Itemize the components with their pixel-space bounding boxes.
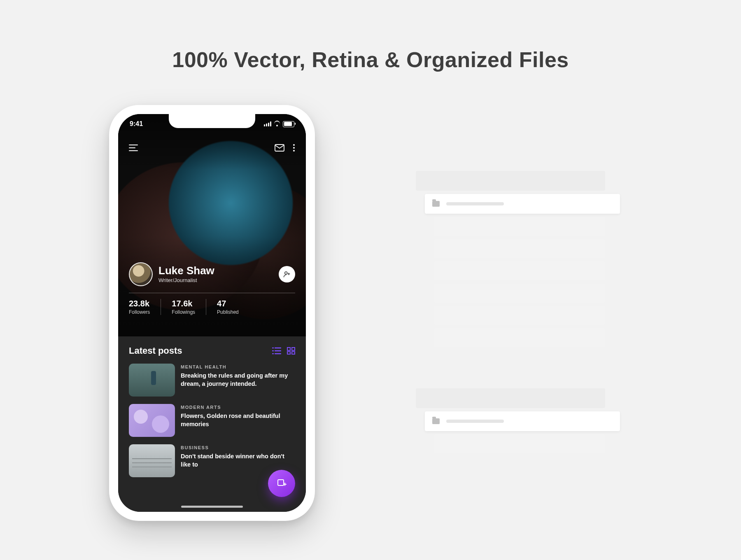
stat-label: Published <box>217 309 239 315</box>
grid-view-icon[interactable] <box>287 347 295 355</box>
profile-block: Luke Shaw Writer/Journalist 23.8k Follow… <box>118 262 306 315</box>
wifi-icon <box>274 121 280 126</box>
stat-label: Followers <box>129 309 150 315</box>
post-item[interactable]: MENTAL HEALTH Breaking the rules and goi… <box>129 364 295 397</box>
user-plus-icon <box>283 271 291 278</box>
list-view-icon[interactable] <box>272 347 281 355</box>
post-category: MENTAL HEALTH <box>181 364 295 369</box>
phone-notch <box>169 114 255 128</box>
svg-rect-19 <box>292 352 295 354</box>
post-thumbnail <box>129 444 175 477</box>
latest-posts-section: Latest posts MENTAL HEALTH Brea <box>118 336 306 512</box>
home-indicator[interactable] <box>181 506 243 508</box>
svg-rect-16 <box>287 348 290 350</box>
compose-icon <box>277 478 287 488</box>
post-thumbnail <box>129 404 175 437</box>
page-headline: 100% Vector, Retina & Organized Files <box>0 47 741 72</box>
nav-bar <box>118 139 306 157</box>
status-time: 9:41 <box>130 120 143 128</box>
folder-icon <box>432 201 440 207</box>
post-item[interactable]: MODERN ARTS Flowers, Golden rose and bea… <box>129 404 295 437</box>
battery-icon <box>283 121 294 127</box>
svg-rect-18 <box>287 352 290 354</box>
latest-posts-heading: Latest posts <box>129 345 182 356</box>
post-item[interactable]: BUSINESS Don't stand beside winner who d… <box>129 444 295 477</box>
post-category: BUSINESS <box>181 445 295 450</box>
post-title: Breaking the rules and going after my dr… <box>181 372 295 388</box>
stat-label: Followings <box>172 309 195 315</box>
post-category: MODERN ARTS <box>181 405 295 410</box>
stat-published[interactable]: 47 Published <box>217 299 239 315</box>
status-icons <box>264 121 294 127</box>
layer-name-placeholder <box>446 420 504 423</box>
layer-name-placeholder <box>446 202 504 205</box>
more-vertical-icon[interactable] <box>293 144 295 152</box>
post-title: Don't stand beside winner who don't like… <box>181 453 295 469</box>
svg-point-5 <box>293 147 295 149</box>
svg-rect-20 <box>278 480 284 485</box>
layer-row[interactable] <box>434 217 605 236</box>
layer-folder-row[interactable] <box>425 411 620 431</box>
layer-folder-row[interactable] <box>425 194 620 214</box>
layer-group <box>416 388 605 453</box>
mail-icon[interactable] <box>275 144 284 152</box>
stat-value: 23.8k <box>129 299 150 308</box>
stat-value: 17.6k <box>172 299 195 308</box>
layer-group <box>416 171 605 347</box>
profile-stats: 23.8k Followers 17.6k Followings 47 Publ… <box>129 299 295 315</box>
phone-screen: 9:41 <box>118 114 306 512</box>
stat-followings[interactable]: 17.6k Followings <box>172 299 206 315</box>
signal-icon <box>264 121 271 126</box>
layer-row[interactable] <box>434 328 605 347</box>
layer-row[interactable] <box>434 434 605 453</box>
layer-row[interactable] <box>434 284 605 303</box>
phone-mockup: 9:41 <box>109 105 315 521</box>
layer-row[interactable] <box>434 306 605 325</box>
layer-row[interactable] <box>434 239 605 258</box>
add-user-button[interactable] <box>279 266 295 282</box>
profile-divider <box>129 293 295 293</box>
menu-icon[interactable] <box>129 145 138 151</box>
svg-point-6 <box>293 150 295 152</box>
profile-role: Writer/Journalist <box>158 277 214 283</box>
stat-value: 47 <box>217 299 239 308</box>
post-title: Flowers, Golden rose and beautiful memor… <box>181 412 295 428</box>
stat-followers[interactable]: 23.8k Followers <box>129 299 161 315</box>
profile-name: Luke Shaw <box>158 265 214 276</box>
layer-row <box>416 388 605 408</box>
layer-row <box>416 171 605 191</box>
layers-panel <box>416 171 605 495</box>
folder-icon <box>432 418 440 424</box>
compose-fab[interactable] <box>268 470 295 497</box>
svg-rect-17 <box>292 348 295 350</box>
post-thumbnail <box>129 364 175 397</box>
svg-point-7 <box>285 272 287 274</box>
layer-row[interactable] <box>434 261 605 280</box>
avatar[interactable] <box>129 262 153 286</box>
svg-point-4 <box>293 144 295 146</box>
